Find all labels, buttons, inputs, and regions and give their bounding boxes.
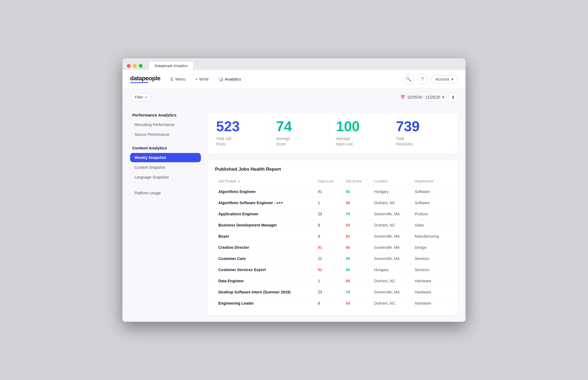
days-live: 23 (315, 208, 342, 219)
table-title: Published Jobs Health Report (215, 167, 450, 172)
sidebar-item-weekly[interactable]: Weekly Snapshot (130, 153, 201, 162)
nav-bar: datapeople ☰ Menu + Write 📊 Analytics (122, 70, 465, 88)
table-row: Creative Director 91 66 Somerville, MA D… (215, 242, 450, 253)
sidebar-item-recruiting[interactable]: Recruiting Performance (130, 120, 201, 129)
sidebar-content-section: Content Analytics Weekly Snapshot Conten… (130, 146, 201, 182)
browser-tab[interactable]: Datapeople Analytics (149, 62, 193, 70)
days-live: 91 (315, 264, 342, 275)
days-live: 9 (315, 231, 342, 242)
stat-total-jobs: 523 Total JobPosts (216, 119, 270, 147)
job-name: Algorithms Engineer (215, 186, 315, 197)
department: Software (412, 197, 450, 208)
stat-avg-score: 74 AverageScore (270, 119, 329, 147)
job-name: Business Development Manager (215, 219, 315, 231)
job-name: Algorithms Software Engineer - c++ (215, 197, 315, 208)
download-button[interactable]: ⬇ (448, 92, 458, 102)
job-name: Creative Director (215, 242, 315, 253)
account-button[interactable]: Account ▾ (431, 75, 458, 83)
job-name: Applications Engineer (215, 208, 315, 219)
department: Product (412, 208, 450, 219)
sidebar-item-platform[interactable]: Platform Usage (130, 188, 201, 198)
job-score: 54 (342, 298, 371, 309)
sidebar-item-language[interactable]: Language Snapshot (130, 173, 201, 182)
location: Durham, NC (371, 298, 411, 309)
filter-button[interactable]: Filter + (130, 93, 152, 101)
maximize-dot[interactable] (139, 64, 143, 68)
table-body: Algorithms Engineer 91 86 Hungary Softwa… (215, 186, 450, 309)
stat-number-days: 100 (336, 119, 383, 133)
job-name: Data Engineer (215, 275, 315, 286)
table-row: Desktop Software Intern (Summer 2019) 23… (215, 286, 450, 298)
help-icon: ? (421, 77, 424, 82)
job-score: 66 (342, 242, 371, 253)
nav-analytics[interactable]: 📊 Analytics (218, 75, 242, 83)
days-live: 23 (315, 286, 342, 298)
col-department: Department (412, 177, 450, 186)
date-range-picker[interactable]: 📅 10/25/20 - 11/25/20 ▾ (400, 95, 444, 99)
stat-label-score: AverageScore (276, 136, 323, 147)
table-row: Customer Services Expert 91 86 Hungary S… (215, 264, 450, 275)
stat-label-revisions: TotalRevisions (396, 136, 443, 147)
search-button[interactable]: 🔍 (403, 74, 414, 84)
job-name: Customer Services Expert (215, 264, 315, 275)
stat-label-days: AverageDays Live (336, 136, 383, 147)
table-row: Algorithms Engineer 91 86 Hungary Softwa… (215, 186, 450, 197)
days-live: 1 (315, 197, 342, 208)
department: Manufacturing (412, 231, 450, 242)
table-row: Customer Care 22 89 Somerville, MA Servi… (215, 253, 450, 264)
table-row: Buyer 9 62 Somerville, MA Manufacturing (215, 231, 450, 242)
location: Hungary (371, 264, 411, 275)
days-live: 1 (315, 275, 342, 286)
col-job-posted[interactable]: Job Posted ▾ (215, 177, 315, 186)
nav-menu[interactable]: ☰ Menu (169, 75, 187, 83)
location: Somerville, MA (371, 231, 411, 242)
department: Software (412, 186, 450, 197)
nav-write[interactable]: + Write (194, 75, 210, 83)
location: Somerville, MA (371, 208, 411, 219)
department: Hardware (412, 275, 450, 286)
job-score: 86 (342, 264, 371, 275)
location: Somerville, MA (371, 286, 411, 298)
job-name: Engineering Leader (215, 298, 315, 309)
menu-icon: ☰ (170, 77, 174, 81)
search-icon: 🔍 (406, 76, 411, 82)
chevron-down-icon: ▾ (442, 95, 444, 99)
calendar-icon: 📅 (400, 95, 405, 99)
job-score: 62 (342, 231, 371, 242)
table-row: Data Engineer 1 68 Durham, NC Hardware (215, 275, 450, 286)
logo: datapeople (130, 75, 160, 83)
content-area: 523 Total JobPosts 74 AverageScore 100 A… (207, 113, 458, 315)
minimize-dot[interactable] (133, 64, 137, 68)
nav-analytics-label: Analytics (225, 77, 241, 81)
job-name: Buyer (215, 231, 315, 242)
stat-label-jobs: Total JobPosts (216, 136, 263, 147)
stats-card: 523 Total JobPosts 74 AverageScore 100 A… (207, 113, 458, 153)
department: Services (412, 264, 450, 275)
location: Durham, NC (371, 275, 411, 286)
sidebar-performance-section: Performance Analytics Recruiting Perform… (130, 113, 201, 139)
logo-underline (130, 82, 148, 83)
sort-arrow-icon: ▾ (238, 180, 240, 183)
stat-number-score: 74 (276, 119, 323, 133)
days-live: 22 (315, 253, 342, 264)
sidebar-item-content-snapshot[interactable]: Content Snapshot (130, 163, 201, 172)
help-button[interactable]: ? (417, 74, 427, 84)
job-score: 79 (342, 286, 371, 298)
close-dot[interactable] (127, 64, 131, 68)
location: Durham, NC (371, 197, 411, 208)
department: Services (412, 253, 450, 264)
department: Design (412, 242, 450, 253)
days-live: 91 (315, 242, 342, 253)
stat-total-revisions: 739 TotalRevisions (390, 119, 449, 147)
job-name: Desktop Software Intern (Summer 2019) (215, 286, 315, 298)
nav-items: ☰ Menu + Write 📊 Analytics (169, 75, 403, 83)
sidebar-platform-section: Platform Usage (130, 188, 201, 198)
job-score: 68 (342, 275, 371, 286)
location: Somerville, MA (371, 253, 411, 264)
browser-content: datapeople ☰ Menu + Write 📊 Analytics (122, 70, 465, 321)
main-layout: Performance Analytics Recruiting Perform… (122, 106, 465, 321)
sidebar-item-source[interactable]: Source Performance (130, 130, 201, 139)
location: Somerville, MA (371, 242, 411, 253)
bar-chart-icon: 📊 (219, 77, 223, 81)
sidebar-content-heading: Content Analytics (130, 146, 201, 150)
